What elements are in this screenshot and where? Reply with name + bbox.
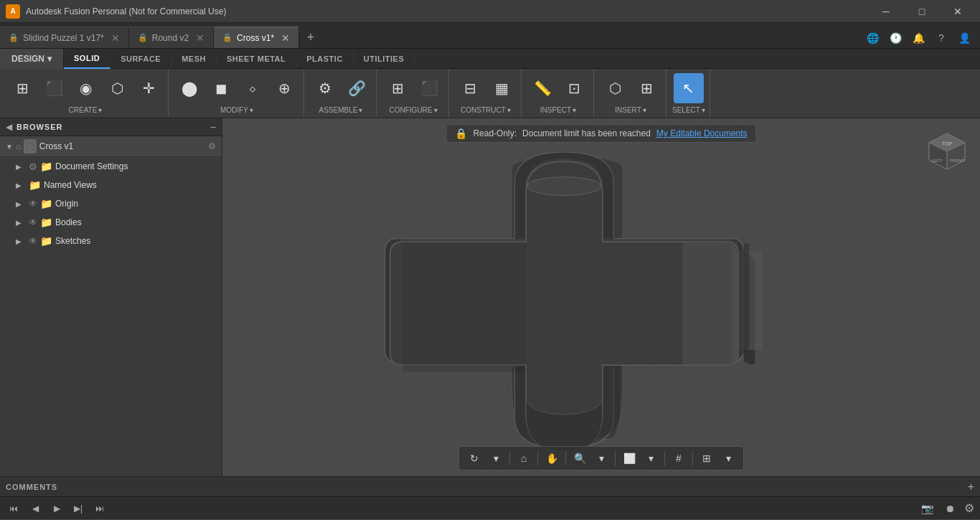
layout-button[interactable]: ⊞ <box>697 449 716 468</box>
nav-last-button[interactable]: ⏭ <box>92 501 108 516</box>
tab-close-icon[interactable]: ✕ <box>111 32 120 44</box>
expand-arrow-sketches[interactable]: ▶ <box>16 237 26 245</box>
insert-svg-button[interactable]: ⊞ <box>631 73 661 103</box>
tab-sliding-puzzel[interactable]: 🔒 Slidind Puzzel 1 v17* ✕ <box>0 27 129 48</box>
tab-cross-v1[interactable]: 🔒 Cross v1* ✕ <box>214 27 299 48</box>
viewport[interactable]: 🔒 Read-Only: Document limit has been rea… <box>222 118 980 476</box>
settings-gear-button[interactable]: ⚙ <box>964 501 974 515</box>
browser-item-document-settings[interactable]: ▶ ⚙ 📁 Document Settings <box>0 157 222 176</box>
display-dropdown[interactable]: ▾ <box>641 449 660 468</box>
workspace-selector[interactable]: DESIGN ▾ <box>0 49 64 69</box>
user-icon[interactable]: 👤 <box>954 28 974 48</box>
view-home-button[interactable]: ⌂ <box>514 449 533 468</box>
move-button[interactable]: ✛ <box>133 73 164 103</box>
maximize-button[interactable]: □ <box>905 0 938 23</box>
settings-cog-icon[interactable]: ⚙ <box>208 141 216 151</box>
midplane-button[interactable]: ▦ <box>486 73 517 103</box>
rigid-group-button[interactable]: 🔗 <box>341 73 372 103</box>
tab-label: Slidind Puzzel 1 v17* <box>23 33 104 43</box>
configure-param-button[interactable]: ⊞ <box>382 73 413 103</box>
globe-icon[interactable]: 🌐 <box>862 28 882 48</box>
nav-prev-button[interactable]: ◀ <box>27 501 43 516</box>
fillet-icon: ◼ <box>215 80 227 97</box>
configure-label[interactable]: CONFIGURE ▾ <box>390 106 438 114</box>
mode-tab-solid[interactable]: SOLID <box>64 49 110 69</box>
camera-icon-button[interactable]: 📷 <box>918 500 936 517</box>
browser-collapse-arrow[interactable]: ◀ <box>6 122 12 132</box>
combine-button[interactable]: ⊕ <box>269 73 299 103</box>
tab-lock-icon-2: 🔒 <box>138 33 148 42</box>
expand-arrow-bodies[interactable]: ▶ <box>16 219 26 227</box>
mode-tab-surface[interactable]: SURFACE <box>110 49 171 69</box>
sweep-button[interactable]: ⬡ <box>102 73 132 103</box>
browser-item-origin[interactable]: ▶ 👁 📁 Origin <box>0 194 222 213</box>
pan-button[interactable]: ✋ <box>542 449 561 468</box>
mode-tab-utilities[interactable]: UTILITIES <box>354 49 415 69</box>
bell-icon[interactable]: 🔔 <box>908 28 928 48</box>
tab-lock-icon: 🔒 <box>9 33 19 42</box>
select-button[interactable]: ↖ <box>674 73 704 103</box>
eye-icon-bodies[interactable]: 👁 <box>29 217 37 227</box>
tab-close-icon-2[interactable]: ✕ <box>196 32 204 44</box>
mode-tab-mesh[interactable]: MESH <box>171 49 217 69</box>
help-icon[interactable]: ? <box>931 28 951 48</box>
revolve-button[interactable]: ◉ <box>70 73 100 103</box>
section-button[interactable]: ⊡ <box>559 73 589 103</box>
browser-item-named-views[interactable]: ▶ 📁 Named Views <box>0 176 222 194</box>
expand-arrow-origin[interactable]: ▶ <box>16 200 26 208</box>
insert-svg-icon: ⊞ <box>641 80 653 97</box>
measure-button[interactable]: 📏 <box>527 73 557 103</box>
browser-top-item-cross[interactable]: ▼ ⌂ □ Cross v1 ⚙ <box>0 136 222 157</box>
browser-item-sketches[interactable]: ▶ 👁 📁 Sketches <box>0 232 222 250</box>
grid-button[interactable]: # <box>669 449 688 468</box>
tree-collapse-arrow[interactable]: ▼ <box>6 143 13 151</box>
expand-arrow-views[interactable]: ▶ <box>16 181 26 189</box>
tab-close-icon-3[interactable]: ✕ <box>281 32 290 44</box>
pushpull-button[interactable]: ⬤ <box>174 73 204 103</box>
layout-dropdown[interactable]: ▾ <box>719 449 738 468</box>
expand-arrow-doc[interactable]: ▶ <box>16 163 26 171</box>
display-mode-button[interactable]: ⬜ <box>620 449 639 468</box>
modify-label[interactable]: MODIFY ▾ <box>220 106 253 114</box>
browser-minus-button[interactable]: − <box>210 121 216 133</box>
zoom-dropdown[interactable]: ▾ <box>592 449 611 468</box>
extrude-button[interactable]: ⬛ <box>39 73 69 103</box>
orbit-button[interactable]: ↻ <box>465 449 484 468</box>
viewcube[interactable]: TOP LEFT FRONT <box>925 130 969 173</box>
assemble-label[interactable]: ASSEMBLE ▾ <box>319 106 363 114</box>
my-editable-docs-link[interactable]: My Editable Documents <box>656 128 748 138</box>
section-icon: ⊡ <box>568 80 580 97</box>
nav-play-button[interactable]: ▶ <box>49 501 65 516</box>
rigid-group-icon: 🔗 <box>348 80 366 97</box>
eye-icon-origin[interactable]: 👁 <box>29 199 37 209</box>
insert-mesh-button[interactable]: ⬡ <box>600 73 630 103</box>
orbit-dropdown[interactable]: ▾ <box>486 449 505 468</box>
record-icon-button[interactable]: ⏺ <box>941 500 958 517</box>
clock-icon[interactable]: 🕐 <box>885 28 905 48</box>
new-tab-button[interactable]: + <box>299 27 322 48</box>
readonly-label: Read-Only: <box>473 128 517 138</box>
browser-item-bodies[interactable]: ▶ 👁 📁 Bodies <box>0 213 222 232</box>
tab-round-v2[interactable]: 🔒 Round v2 ✕ <box>129 27 214 48</box>
create-label[interactable]: CREATE ▾ <box>69 106 103 114</box>
mode-tab-sheetmetal[interactable]: SHEET METAL <box>217 49 296 69</box>
joint-button[interactable]: ⚙ <box>310 73 340 103</box>
inspect-label[interactable]: INSPECT ▾ <box>540 106 576 114</box>
comments-add-button[interactable]: + <box>968 481 974 493</box>
fillet-button[interactable]: ◼ <box>206 73 236 103</box>
insert-label[interactable]: INSERT ▾ <box>615 106 646 114</box>
mode-tab-plastic[interactable]: PLASTIC <box>296 49 354 69</box>
shell-button[interactable]: ⬦ <box>237 73 268 103</box>
eye-icon-sketches[interactable]: 👁 <box>29 236 37 246</box>
select-label[interactable]: SELECT ▾ <box>672 106 705 114</box>
minimize-button[interactable]: ─ <box>870 0 903 23</box>
construct-label[interactable]: CONSTRUCT ▾ <box>461 106 511 114</box>
nav-first-button[interactable]: ⏮ <box>6 501 22 516</box>
configure-table-button[interactable]: ⬛ <box>414 73 444 103</box>
offset-plane-button[interactable]: ⊟ <box>455 73 485 103</box>
nav-next-button[interactable]: ▶| <box>70 501 86 516</box>
close-button[interactable]: ✕ <box>941 0 974 23</box>
toolbar: ⊞ ⬛ ◉ ⬡ ✛ CREATE ▾ <box>0 69 980 118</box>
zoom-in-button[interactable]: 🔍 <box>570 449 589 468</box>
create-sketch-button[interactable]: ⊞ <box>7 73 37 103</box>
